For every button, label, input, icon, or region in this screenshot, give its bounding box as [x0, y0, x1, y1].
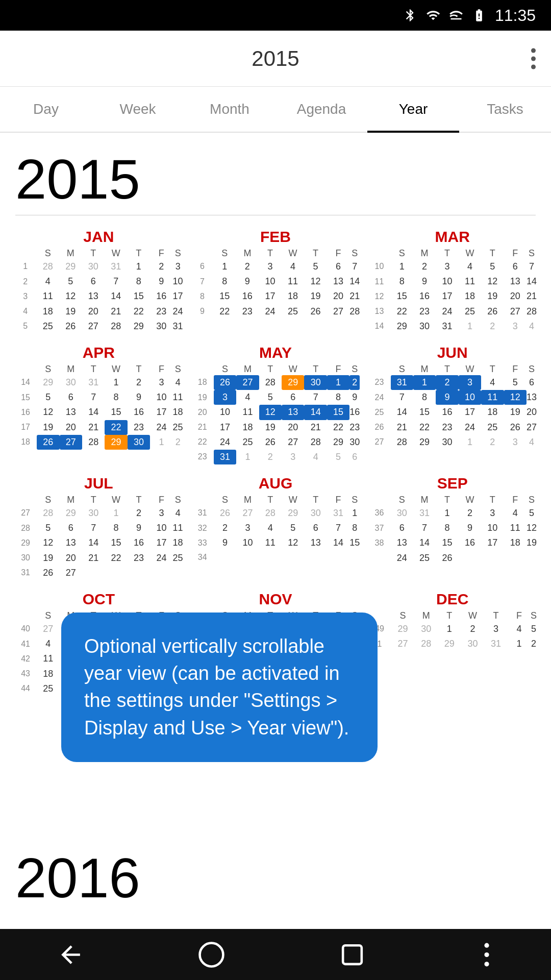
month-sep-cal: SMTWTFS 36303112345 376789101112 3813141… — [368, 494, 537, 566]
month-dec-cal: SMTWTFS 49293012345 1272829303112 — [368, 610, 537, 651]
month-jul[interactable]: JUL SMTWTFS 272829301234 28567891011 291… — [10, 472, 187, 583]
wifi-icon — [424, 8, 442, 22]
month-jan-label: JAN — [14, 228, 183, 246]
month-sep[interactable]: SEP SMTWTFS 36303112345 376789101112 381… — [364, 472, 541, 583]
month-dec[interactable]: DEC SMTWTFS 49293012345 1272829303112 — [364, 588, 541, 699]
month-jan[interactable]: JAN SMTWTFS 128293031123 245678910 31112… — [10, 226, 187, 336]
year-view: 2015 JAN SMTWTFS 128293031123 245678910 … — [0, 133, 551, 934]
nav-overflow-button[interactable] — [479, 941, 494, 969]
tab-agenda[interactable]: Agenda — [276, 87, 367, 132]
month-jul-cal: SMTWTFS 272829301234 28567891011 2912131… — [14, 494, 183, 580]
svg-rect-1 — [343, 945, 362, 964]
tooltip-text: Optional vertically scrollable year view… — [84, 635, 349, 739]
month-aug-label: AUG — [191, 475, 360, 492]
status-time: 11:35 — [495, 6, 536, 25]
tab-month[interactable]: Month — [184, 87, 276, 132]
bottom-nav — [0, 929, 551, 980]
svg-point-3 — [485, 952, 489, 957]
year-heading-2015: 2015 — [10, 143, 541, 215]
month-apr[interactable]: APR SMTWTFS 142930311234 15567891011 161… — [10, 341, 187, 467]
month-jan-cal: SMTWTFS 128293031123 245678910 311121314… — [14, 248, 183, 334]
app-header: 2015 — [0, 31, 551, 87]
month-mar[interactable]: MAR SMTWTFS 101234567 11891011121314 121… — [364, 226, 541, 336]
svg-point-2 — [485, 943, 489, 947]
signal-icon — [449, 7, 463, 24]
month-aug-cal: SMTWTFS 312627282930311 322345678 339101… — [191, 494, 360, 564]
tooltip-overlay: Optional vertically scrollable year view… — [61, 612, 378, 762]
year-heading-2016: 2016 — [10, 842, 541, 914]
header-menu-button[interactable] — [531, 48, 536, 69]
nav-back-button[interactable] — [57, 941, 85, 969]
month-may-label: MAY — [191, 344, 360, 361]
app-header-title: 2015 — [252, 46, 299, 71]
month-may-cal: SMTWTFS 18262728293012 193456789 2010111… — [191, 363, 360, 464]
year-divider — [15, 215, 536, 215]
month-mar-label: MAR — [368, 228, 537, 246]
svg-point-4 — [485, 962, 489, 966]
nav-home-button[interactable] — [197, 941, 226, 969]
month-jul-label: JUL — [14, 475, 183, 492]
tab-week[interactable]: Week — [92, 87, 184, 132]
month-feb-cal: SMTWTFS 61234567 7891011121314 815161718… — [191, 248, 360, 319]
nav-recent-button[interactable] — [338, 941, 366, 969]
month-feb-label: FEB — [191, 228, 360, 246]
status-icons: 11:35 — [403, 6, 536, 25]
tab-day[interactable]: Day — [0, 87, 92, 132]
month-nov-label: NOV — [191, 591, 360, 608]
status-bar: 11:35 — [0, 0, 551, 31]
month-aug[interactable]: AUG SMTWTFS 312627282930311 322345678 33… — [187, 472, 364, 583]
bluetooth-icon — [403, 7, 417, 24]
month-oct-label: OCT — [14, 591, 183, 608]
month-jun-label: JUN — [368, 344, 537, 361]
month-jun[interactable]: JUN SMTWTFS 2331123456 2478910111213 251… — [364, 341, 541, 467]
svg-point-0 — [199, 943, 223, 966]
tab-tasks[interactable]: Tasks — [459, 87, 551, 132]
month-jun-cal: SMTWTFS 2331123456 2478910111213 2514151… — [368, 363, 537, 450]
month-may[interactable]: MAY SMTWTFS 18262728293012 193456789 201… — [187, 341, 364, 467]
month-apr-cal: SMTWTFS 142930311234 15567891011 1612131… — [14, 363, 183, 450]
month-feb[interactable]: FEB SMTWTFS 61234567 7891011121314 81516… — [187, 226, 364, 336]
month-apr-label: APR — [14, 344, 183, 361]
month-dec-label: DEC — [368, 591, 537, 608]
tab-year[interactable]: Year — [367, 87, 459, 132]
tabs-bar: Day Week Month Agenda Year Tasks — [0, 87, 551, 133]
month-mar-cal: SMTWTFS 101234567 11891011121314 1215161… — [368, 248, 537, 334]
month-sep-label: SEP — [368, 475, 537, 492]
battery-icon — [470, 8, 488, 22]
